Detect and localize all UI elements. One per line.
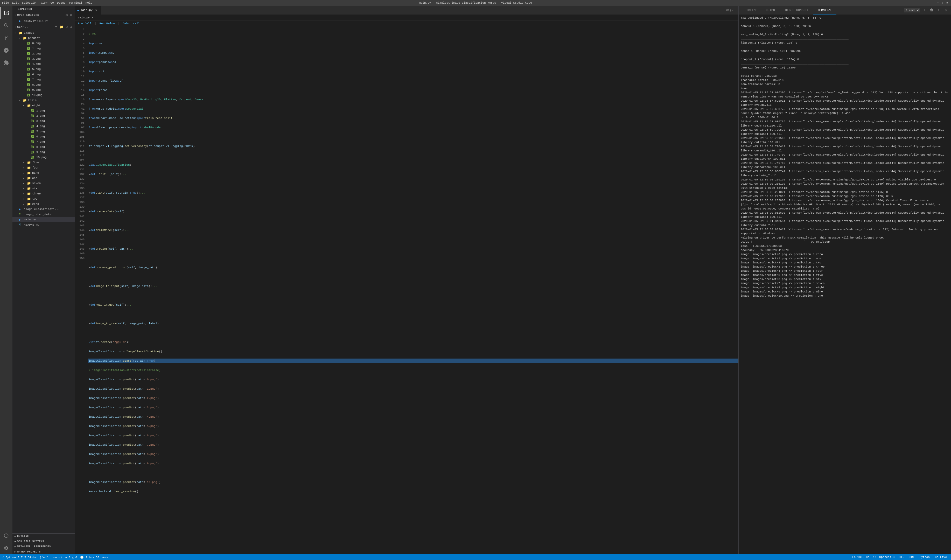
folder-five[interactable]: ▶📁five [12,160,75,165]
menu-go[interactable]: Go [51,1,54,5]
file-train-eight-8[interactable]: 🖼8.png [12,145,75,149]
menu-view[interactable]: View [40,1,47,5]
tab-terminal[interactable]: Terminal [813,6,836,15]
search-activity-icon[interactable] [0,19,12,32]
folder-eight[interactable]: ▾ 📁 eight [12,103,75,108]
maximize-panel-icon[interactable]: ⬆ [936,7,942,13]
remote-activity-icon[interactable] [0,529,12,542]
problems-count-status[interactable]: ⊗ 0 △ 0 [65,555,77,559]
ssh-file-systems-section[interactable]: ▶SSH File Systems [12,539,75,544]
file-predict-0[interactable]: 🖼0.png [12,41,75,46]
tab-main-py[interactable]: ◆ main.py ✕ [75,6,101,15]
close-button[interactable]: ✕ [945,1,949,5]
maximize-button[interactable]: ❐ [941,1,944,5]
debug-activity-icon[interactable] [0,44,12,57]
code-editor[interactable]: 12345 678910 1112131415 1624415859 96971… [75,27,739,554]
file-image-classifi[interactable]: ◆image_classificati... [12,207,75,212]
go-live-status[interactable]: Go Live [933,554,949,560]
file-image-label[interactable]: ≡image_label_data... [12,212,75,217]
metalevel-references-section[interactable]: ▶Metalevel References [12,544,75,549]
run-cell-button[interactable]: Run Cell [77,22,92,25]
folder-zero[interactable]: ▶📁zero [12,202,75,207]
open-editors-section[interactable]: ▾Open Editors ⊙ ✕ [12,12,75,18]
project-section[interactable]: ▾SIMP... + 📁 ↺ ⊟ [12,24,75,30]
save-all-icon[interactable]: ⊙ [65,13,68,17]
cursor-position-status[interactable]: Ln 136, Col 47 [852,555,876,559]
code-content[interactable]: # %% import os import numpy as np import… [88,27,739,554]
menu-debug[interactable]: Debug [57,1,66,5]
file-train-eight-1[interactable]: 🖼1.png [12,108,75,113]
file-main-py[interactable]: ◆main.py [12,217,75,222]
refresh-icon[interactable]: ↺ [65,25,68,29]
file-predict-1[interactable]: 🖼1.png [12,46,75,51]
folder-predict[interactable]: ▾ 📁 predict [12,35,75,41]
folder-one[interactable]: ▶📁one [12,175,75,181]
file-train-eight-6[interactable]: 🖼6.png [12,134,75,139]
new-folder-icon[interactable]: 📁 [59,25,64,29]
folder-seven[interactable]: ▶📁seven [12,181,75,186]
source-control-activity-icon[interactable] [0,32,12,44]
minimize-button[interactable]: ─ [936,1,940,5]
open-editor-main-py[interactable]: ◆ main.py main.py › [12,18,75,24]
explorer-activity-icon[interactable] [0,7,12,19]
settings-activity-icon[interactable] [0,542,12,554]
menu-edit[interactable]: Edit [12,1,18,5]
debug-cell-button[interactable]: Debug cell [122,22,141,25]
sidebar: Explorer ▾Open Editors ⊙ ✕ ◆ main.py mai… [12,6,75,554]
file-predict-10[interactable]: 🖼10.png [12,92,75,98]
menu-terminal[interactable]: Terminal [69,1,82,5]
file-predict-4[interactable]: 🖼4.png [12,62,75,67]
folder-two[interactable]: ▶📁two [12,196,75,202]
menu-file[interactable]: File [2,1,9,5]
python-env-status[interactable]: ⚡ Python 3.7.5 64-bit ('ml': conda) [2,555,62,559]
folder-three[interactable]: ▶📁three [12,191,75,196]
file-train-eight-3[interactable]: 🖼3.png [12,118,75,124]
kill-terminal-icon[interactable]: 🗑 [929,7,934,13]
file-train-eight-5[interactable]: 🖼5.png [12,129,75,134]
encoding-status[interactable]: UTF-8 [898,555,906,559]
file-train-eight-2[interactable]: 🖼2.png [12,113,75,118]
file-predict-8[interactable]: 🖼8.png [12,82,75,88]
file-predict-5[interactable]: 🖼5.png [12,67,75,72]
folder-train[interactable]: ▾ 📁 train [12,98,75,103]
menu-selection[interactable]: Selection [22,1,37,5]
close-panel-icon[interactable]: ✕ [943,7,949,13]
close-all-icon[interactable]: ✕ [69,13,72,17]
tab-debug-console[interactable]: Debug Console [781,6,813,15]
run-below-button[interactable]: Run Below [98,22,115,25]
folder-icon: 📁 [27,187,31,191]
maven-projects-section[interactable]: ▶Maven Projects [12,549,75,554]
folder-nine[interactable]: ▶📁nine [12,170,75,175]
tab-close-button[interactable]: ✕ [94,8,98,12]
menu-help[interactable]: Help [86,1,92,5]
time-tracker-status[interactable]: 🕐 2 hrs 50 mins [80,555,108,559]
file-train-eight-4[interactable]: 🖼4.png [12,124,75,129]
language-status[interactable]: Python [919,555,930,559]
file-predict-3[interactable]: 🖼3.png [12,56,75,62]
file-train-eight-10[interactable]: 🖼10.png [12,155,75,160]
collapse-all-icon[interactable]: ⊟ [69,25,72,29]
new-file-icon[interactable]: + [55,25,58,29]
outline-section[interactable]: ▶Outline [12,534,75,539]
indent-status[interactable]: Spaces: 4 [879,555,894,559]
tab-problems[interactable]: Problems [739,6,762,15]
more-actions-icon[interactable]: … [734,8,736,12]
file-predict-7[interactable]: 🖼7.png [12,77,75,82]
tab-output[interactable]: Output [762,6,781,15]
extensions-activity-icon[interactable] [0,57,12,69]
folder-four[interactable]: ▶📁four [12,165,75,170]
file-predict-9[interactable]: 🖼9.png [12,88,75,92]
file-predict-2[interactable]: 🖼2.png [12,51,75,56]
file-predict-6[interactable]: 🖼6.png [12,72,75,77]
file-train-eight-9[interactable]: 🖼9.png [12,149,75,155]
run-icon[interactable]: ▷ [730,8,732,12]
split-editor-icon[interactable]: ⧉ [726,8,729,12]
line-ending-status[interactable]: CRLF [909,555,916,559]
folder-six[interactable]: ▶📁six [12,186,75,191]
file-readme[interactable]: MREADME.md [12,222,75,228]
new-terminal-icon[interactable]: + [922,7,927,13]
terminal-output[interactable]: max_pooling2d_2 (MaxPooling2 (None, 5, 5… [739,15,951,554]
terminal-select[interactable]: 1: cmd [904,8,920,12]
folder-images[interactable]: ▾ 📁 images [12,30,75,35]
file-train-eight-7[interactable]: 🖼7.png [12,139,75,145]
